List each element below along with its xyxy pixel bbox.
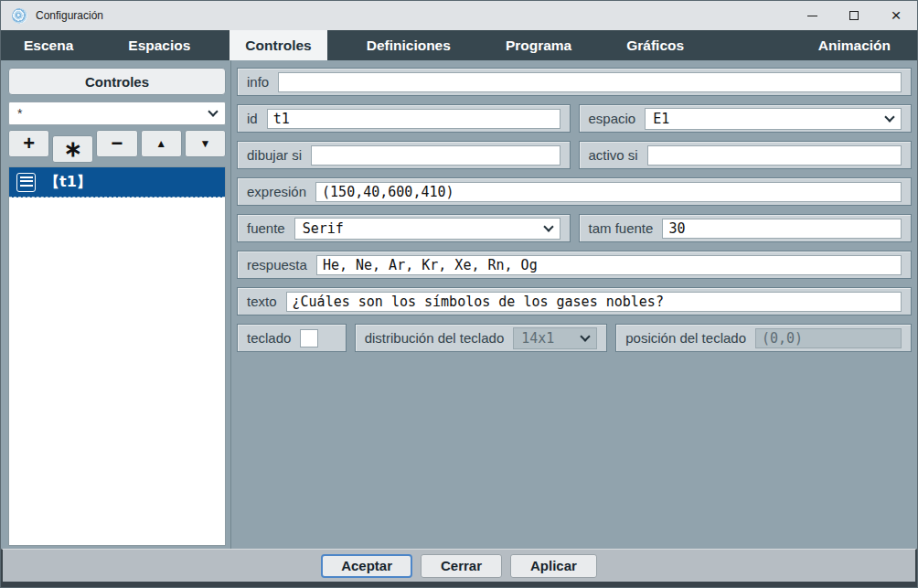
chevron-down-icon <box>543 221 553 231</box>
chevron-down-icon <box>208 106 218 116</box>
tab-graficos[interactable]: Gráficos <box>611 30 699 60</box>
control-properties-form: info id espacio E1 dibujar s <box>237 60 912 352</box>
title-bar: Configuración × <box>1 1 917 30</box>
list-item-label: 【t1】 <box>45 173 91 192</box>
controls-sidebar: Controles * + ∗ − ▲ ▼ 【t1】 <box>1 60 231 551</box>
add-control-button[interactable]: + <box>8 130 49 157</box>
activo-si-input[interactable] <box>647 145 902 166</box>
chevron-down-icon <box>581 331 591 341</box>
cerrar-button[interactable]: Cerrar <box>421 554 502 578</box>
teclado-checkbox[interactable] <box>300 329 318 347</box>
distribucion-teclado-select[interactable]: 14x1 <box>513 327 597 349</box>
expresion-row: expresión <box>237 177 912 206</box>
expresion-label: expresión <box>247 184 306 199</box>
fuente-select[interactable]: Serif <box>294 218 560 240</box>
controls-list: 【t1】 <box>8 166 226 546</box>
texto-label: texto <box>247 294 277 309</box>
id-group: id <box>237 104 571 133</box>
respuesta-label: respuesta <box>247 257 307 273</box>
dibujar-activo-row: dibujar si activo si <box>237 141 912 169</box>
filter-value: * <box>17 106 22 121</box>
texto-row: texto <box>237 287 912 315</box>
distribucion-teclado-value: 14x1 <box>521 330 554 347</box>
dibujar-si-input[interactable] <box>311 145 560 166</box>
posicion-teclado-label: posición del teclado <box>625 330 746 346</box>
list-item-t1[interactable]: 【t1】 <box>9 167 225 198</box>
espacio-group: espacio E1 <box>579 104 913 133</box>
espacio-label: espacio <box>589 111 636 126</box>
texto-input[interactable] <box>286 292 902 312</box>
distribucion-teclado-group: distribución del teclado 14x1 <box>355 324 608 352</box>
id-espacio-row: id espacio E1 <box>237 104 912 133</box>
window-title: Configuración <box>36 9 103 22</box>
fuente-group: fuente Serif <box>237 214 571 242</box>
move-up-button[interactable]: ▲ <box>141 130 182 157</box>
respuesta-input[interactable] <box>316 255 902 275</box>
distribucion-teclado-label: distribución del teclado <box>365 330 505 346</box>
espacio-select[interactable]: E1 <box>645 108 902 130</box>
tab-escena[interactable]: Escena <box>8 30 89 60</box>
main-area: Controles * + ∗ − ▲ ▼ 【t1】 inf <box>1 60 917 551</box>
configuration-window: Configuración × Escena Espacios Controle… <box>0 0 918 588</box>
maximize-button[interactable] <box>833 1 875 30</box>
dibujar-si-group: dibujar si <box>237 141 571 169</box>
sidebar-title: Controles <box>8 68 226 95</box>
espacio-value: E1 <box>653 111 669 127</box>
minimize-button[interactable] <box>791 1 833 30</box>
activo-si-group: activo si <box>579 141 913 169</box>
id-label: id <box>247 111 258 126</box>
minimize-icon <box>807 16 817 16</box>
fuente-value: Serif <box>303 220 344 237</box>
respuesta-row: respuesta <box>237 251 912 279</box>
activo-si-label: activo si <box>589 147 638 163</box>
teclado-group: teclado <box>237 324 347 352</box>
info-label: info <box>247 74 269 90</box>
posicion-teclado-input[interactable] <box>755 328 902 348</box>
move-down-button[interactable]: ▼ <box>185 130 226 157</box>
info-row: info <box>237 68 912 96</box>
aplicar-button[interactable]: Aplicar <box>510 554 597 578</box>
dialog-footer: Aceptar Cerrar Aplicar <box>1 549 917 587</box>
tam-fuente-label: tam fuente <box>589 220 654 236</box>
list-toolbar: + ∗ − ▲ ▼ <box>8 130 226 163</box>
tam-fuente-group: tam fuente <box>579 214 913 242</box>
info-input[interactable] <box>278 72 902 92</box>
teclado-row: teclado distribución del teclado 14x1 po… <box>237 324 912 352</box>
teclado-label: teclado <box>247 330 291 346</box>
posicion-teclado-group: posición del teclado <box>615 324 912 352</box>
tab-controles[interactable]: Controles <box>230 30 326 60</box>
remove-control-button[interactable]: − <box>96 130 137 157</box>
close-icon: × <box>891 6 901 24</box>
close-button[interactable]: × <box>875 1 917 30</box>
controls-filter-select[interactable]: * <box>8 102 226 125</box>
tab-definiciones[interactable]: Definiciones <box>351 30 466 60</box>
dibujar-si-label: dibujar si <box>247 147 302 163</box>
tab-espacios[interactable]: Espacios <box>112 30 206 60</box>
chevron-down-icon <box>884 112 894 122</box>
maximize-icon <box>849 11 859 20</box>
fuente-row: fuente Serif tam fuente <box>237 214 912 242</box>
duplicate-control-button[interactable]: ∗ <box>52 135 93 163</box>
window-controls: × <box>791 1 917 30</box>
app-logo-icon <box>12 8 27 24</box>
tab-programa[interactable]: Programa <box>490 30 587 60</box>
id-input[interactable] <box>267 109 560 129</box>
expresion-input[interactable] <box>315 182 902 202</box>
aceptar-button[interactable]: Aceptar <box>321 554 412 578</box>
fuente-label: fuente <box>247 220 285 236</box>
tab-bar: Escena Espacios Controles Definiciones P… <box>1 30 917 60</box>
tam-fuente-input[interactable] <box>662 219 902 239</box>
text-control-icon <box>16 173 36 192</box>
tab-animacion[interactable]: Animación <box>803 30 906 60</box>
